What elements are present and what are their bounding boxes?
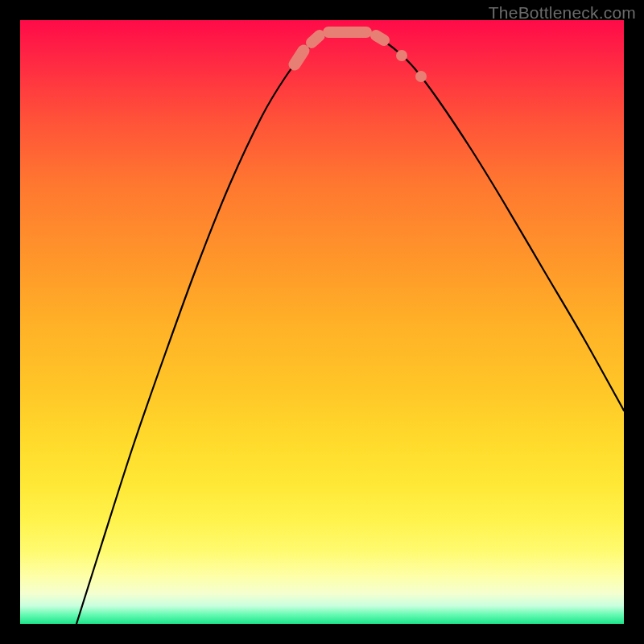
svg-line-3 <box>376 35 384 40</box>
curve-svg <box>20 20 624 624</box>
chart-frame: TheBottleneck.com <box>0 0 644 644</box>
bottleneck-curve <box>76 31 624 624</box>
curve-markers <box>295 32 427 82</box>
plot-area <box>20 20 624 624</box>
svg-point-4 <box>396 50 407 61</box>
svg-line-1 <box>312 35 320 43</box>
svg-point-5 <box>415 71 427 82</box>
svg-line-0 <box>295 51 303 64</box>
watermark-text: TheBottleneck.com <box>489 3 636 23</box>
